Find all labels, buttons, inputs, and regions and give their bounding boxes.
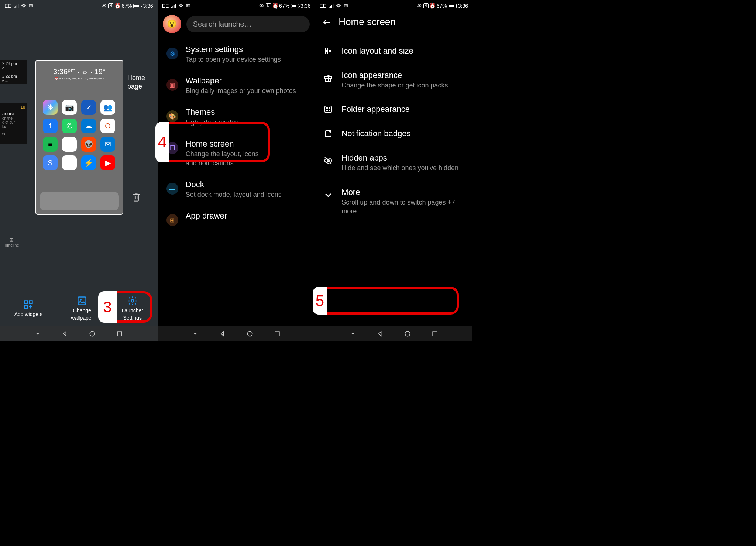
screen-home-screen-settings: EE ✉ 👁 N ⏰ 67% 3:36 Home screen Icon lay… [315, 0, 472, 341]
setting-icon-appearance[interactable]: Icon appearanceChange the shape or get i… [315, 63, 472, 97]
svg-point-1 [80, 299, 82, 301]
image-icon: ▣ [166, 79, 178, 91]
search-input[interactable]: Search launche… [186, 16, 310, 32]
nav-home-icon[interactable] [403, 329, 412, 338]
setting-hidden-apps[interactable]: Hidden appsHide and see which ones you'v… [315, 146, 472, 180]
nav-back-icon[interactable] [61, 329, 69, 338]
chevron-down-icon [324, 190, 333, 199]
setting-more[interactable]: MoreScroll up and down to switch pages +… [315, 180, 472, 223]
setting-wallpaper[interactable]: ▣ WallpaperBing daily images or your own… [158, 70, 315, 102]
home-page-preview[interactable]: 3:36ᵖᵐ · ☼ · 19° ⏰ 8:31 am, Tue, Aug 25,… [35, 60, 123, 215]
svg-rect-10 [326, 110, 328, 111]
grid-icon [324, 47, 333, 55]
nav-recent-icon[interactable] [115, 329, 124, 338]
svg-rect-8 [326, 107, 328, 109]
change-wallpaper-button[interactable]: Change wallpaper [71, 296, 93, 321]
gift-icon [324, 73, 333, 82]
svg-point-3 [90, 331, 95, 336]
home-page-label: Home page [127, 74, 145, 91]
nav-recent-icon[interactable] [273, 329, 282, 338]
svg-rect-16 [433, 332, 437, 336]
drawer-icon: ⊞ [166, 214, 178, 226]
screen-launcher-settings: EE ✉ 👁 N ⏰ 67% 3:36 😮 Search launche… ⚙ … [158, 0, 315, 341]
badge-icon [324, 129, 333, 138]
nav-home-icon[interactable] [245, 329, 254, 338]
nav-dropdown-icon[interactable] [191, 329, 200, 338]
clock-label: 3:36 [143, 3, 153, 9]
alarm-icon: ⏰ [115, 3, 120, 8]
svg-rect-4 [117, 332, 122, 336]
gear-icon: ⚙ [166, 48, 178, 59]
add-widgets-button[interactable]: Add widgets [14, 299, 42, 317]
battery-icon [133, 4, 141, 8]
nav-back-icon[interactable] [218, 329, 227, 338]
settings-list: ⚙ System settingsTap to open your device… [158, 39, 315, 326]
signal-icon [14, 3, 19, 8]
eye-icon: 👁 [102, 3, 107, 8]
svg-rect-7 [325, 106, 331, 113]
setting-system[interactable]: ⚙ System settingsTap to open your device… [158, 39, 315, 70]
palette-icon: 🎨 [166, 110, 178, 122]
svg-rect-9 [329, 107, 330, 109]
callout-3: 3 [98, 291, 152, 323]
nav-dropdown-icon[interactable] [33, 329, 42, 338]
nav-home-icon[interactable] [88, 329, 97, 338]
svg-point-15 [405, 331, 410, 336]
setting-icon-layout[interactable]: Icon layout and size [315, 39, 472, 63]
callout-4: 4 [155, 122, 270, 162]
nav-bar [315, 326, 472, 341]
svg-rect-6 [275, 332, 279, 336]
screen-home-edit: EE ✉ 👁 N ⏰ 67% 3:36 2:28 pme… 2:22 pme… … [0, 0, 158, 341]
voicemail-icon: ✉ [28, 3, 34, 8]
setting-app-drawer[interactable]: ⊞ App drawer [158, 205, 315, 232]
nfc-icon: N [108, 3, 113, 8]
home-edit-content: 2:28 pme… 2:22 pme… + 10 asure on the d … [0, 11, 158, 326]
callout-5: 5 [313, 287, 459, 315]
setting-dock[interactable]: ▬ DockSet dock mode, layout and icons [158, 174, 315, 205]
trash-icon[interactable] [131, 192, 141, 202]
left-panel-peek: 2:28 pme… 2:22 pme… + 10 asure on the d … [0, 60, 27, 237]
carrier-label: EE [4, 3, 11, 9]
folder-icon [324, 105, 333, 114]
back-button[interactable] [322, 18, 331, 27]
dock-icon: ▬ [166, 183, 178, 195]
battery-label: 67% [121, 3, 132, 9]
nav-bar [0, 326, 158, 341]
nav-recent-icon[interactable] [430, 329, 439, 338]
wifi-icon [21, 3, 26, 8]
eye-off-icon [324, 156, 333, 165]
setting-notification-badges[interactable]: Notification badges [315, 121, 472, 146]
nav-back-icon[interactable] [376, 329, 385, 338]
nav-dropdown-icon[interactable] [348, 329, 357, 338]
status-bar: EE ✉ 👁 N ⏰ 67% 3:36 [158, 1, 315, 10]
svg-point-5 [247, 331, 252, 336]
app-grid: ❋ 📷 ✓ 👥 f ✆ ☁ O ≡ # 👽 ✉ S ▶ ⚡ ▶ [39, 99, 120, 172]
status-bar: EE ✉ 👁 N ⏰ 67% 3:36 [0, 1, 158, 10]
home-screen-settings-list: Icon layout and size Icon appearanceChan… [315, 39, 472, 326]
avatar[interactable]: 😮 [163, 15, 181, 33]
status-bar: EE ✉ 👁 N ⏰ 67% 3:36 [315, 1, 472, 10]
setting-folder-appearance[interactable]: Folder appearance [315, 97, 472, 121]
svg-point-13 [329, 130, 331, 133]
nav-bar [158, 326, 315, 341]
svg-rect-11 [329, 110, 330, 111]
page-title: Home screen [339, 16, 396, 28]
